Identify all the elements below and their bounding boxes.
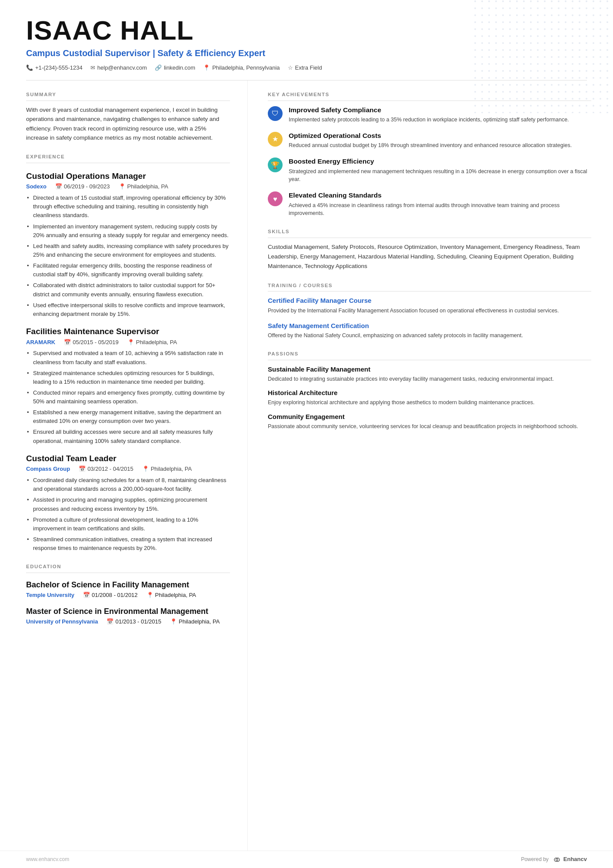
- phone-icon: 📞: [26, 64, 33, 72]
- edu-2: Master of Science in Environmental Manag…: [26, 606, 230, 626]
- training-2-desc: Offered by the National Safety Council, …: [268, 332, 591, 340]
- shield-icon: 🛡: [272, 108, 279, 118]
- list-item: Coordinated daily cleaning schedules for…: [26, 476, 230, 493]
- list-item: Supervised and motivated a team of 10, a…: [26, 349, 230, 366]
- brand-name: Enhancv: [563, 855, 587, 864]
- training-2: Safety Management Certification Offered …: [268, 321, 591, 340]
- passion-3-desc: Passionate about community service, volu…: [268, 422, 591, 431]
- achievement-2: ★ Optimized Operational Costs Reduced an…: [268, 131, 591, 150]
- achievement-1-icon-wrap: 🛡: [268, 106, 283, 121]
- right-column: KEY ACHIEVEMENTS 🛡 Improved Safety Compl…: [248, 80, 613, 851]
- achievements-section-title: KEY ACHIEVEMENTS: [268, 91, 591, 101]
- achievement-4-body: Elevated Cleaning Standards Achieved a 4…: [289, 191, 591, 218]
- list-item: Assisted in procuring and managing suppl…: [26, 496, 230, 513]
- powered-by-text: Powered by: [521, 856, 548, 863]
- job-1-dates: 📅 06/2019 - 09/2023: [55, 183, 110, 191]
- list-item: Facilitated regular emergency drills, bo…: [26, 261, 230, 279]
- passion-2-desc: Enjoy exploring historical architecture …: [268, 399, 591, 407]
- job-3-location: 📍 Philadelphia, PA: [142, 465, 192, 473]
- star-icon: ☆: [288, 64, 293, 72]
- education-section-title: EDUCATION: [26, 563, 230, 573]
- edu-1-meta: Temple University 📅 01/2008 - 01/2012 📍 …: [26, 591, 230, 600]
- left-column: SUMMARY With over 8 years of custodial m…: [0, 80, 248, 851]
- edu-1-school: Temple University: [26, 591, 74, 600]
- job-3-dates: 📅 03/2012 - 04/2015: [79, 465, 133, 473]
- achievement-2-icon-wrap: ★: [268, 132, 283, 147]
- list-item: Conducted minor repairs and emergency fi…: [26, 389, 230, 406]
- list-item: Collaborated with district administrator…: [26, 281, 230, 298]
- summary-section-title: SUMMARY: [26, 91, 230, 101]
- location-icon: 📍: [203, 64, 210, 72]
- achievement-1-body: Improved Safety Compliance Implemented s…: [289, 105, 569, 124]
- achievement-3-title: Boosted Energy Efficiency: [289, 157, 591, 166]
- list-item: Used effective interpersonal skills to r…: [26, 301, 230, 318]
- edu-2-meta: University of Pennsylvania 📅 01/2013 - 0…: [26, 618, 230, 626]
- extra-field: Extra Field: [295, 64, 322, 72]
- footer-brand: Powered by Enhancv: [521, 855, 587, 864]
- resume-page: ISAAC HALL Campus Custodial Supervisor |…: [0, 0, 613, 868]
- training-2-title: Safety Management Certification: [268, 321, 591, 331]
- calendar-icon-2: 📅: [64, 338, 71, 347]
- job-3-meta: Compass Group 📅 03/2012 - 04/2015 📍 Phil…: [26, 465, 230, 473]
- list-item: Established a new energy management init…: [26, 408, 230, 426]
- list-item: Promoted a culture of professional devel…: [26, 516, 230, 533]
- edu-1-dates: 📅 01/2008 - 01/2012: [83, 591, 138, 600]
- job-3: Custodial Team Leader Compass Group 📅 03…: [26, 452, 230, 553]
- email-address: help@enhancv.com: [97, 64, 147, 72]
- job-1: Custodial Operations Manager Sodexo 📅 06…: [26, 170, 230, 318]
- list-item: Led health and safety audits, increasing…: [26, 242, 230, 259]
- trophy-icon: 🏆: [271, 160, 280, 170]
- linkedin-url: linkedin.com: [164, 64, 195, 72]
- skills-text: Custodial Management, Safety Protocols, …: [268, 242, 591, 271]
- training-1-desc: Provided by the International Facility M…: [268, 307, 591, 315]
- achievement-4: ♥ Elevated Cleaning Standards Achieved a…: [268, 191, 591, 218]
- passion-1-desc: Dedicated to integrating sustainable pra…: [268, 375, 591, 383]
- passions-section-title: PASSIONS: [268, 350, 591, 360]
- edu-1: Bachelor of Science in Facility Manageme…: [26, 579, 230, 600]
- job-2-bullets: Supervised and motivated a team of 10, a…: [26, 349, 230, 445]
- location-icon-edu1: 📍: [147, 591, 153, 600]
- summary-text: With over 8 years of custodial managemen…: [26, 105, 230, 143]
- passion-3: Community Engagement Passionate about co…: [268, 412, 591, 431]
- achievement-1-title: Improved Safety Compliance: [289, 105, 569, 115]
- location-icon-2: 📍: [127, 338, 134, 347]
- contact-row: 📞 +1-(234)-555-1234 ✉ help@enhancv.com 🔗…: [26, 64, 587, 72]
- main-content: SUMMARY With over 8 years of custodial m…: [0, 80, 613, 851]
- calendar-icon-3: 📅: [79, 465, 86, 473]
- edu-1-degree: Bachelor of Science in Facility Manageme…: [26, 579, 230, 590]
- training-1-title: Certified Facility Manager Course: [268, 296, 591, 305]
- location-icon-edu2: 📍: [170, 618, 177, 626]
- extra-contact: ☆ Extra Field: [288, 64, 322, 72]
- calendar-icon-edu2: 📅: [107, 618, 113, 626]
- achievement-3: 🏆 Boosted Energy Efficiency Strategized …: [268, 157, 591, 184]
- job-3-title: Custodial Team Leader: [26, 452, 230, 465]
- job-2-location: 📍 Philadelphia, PA: [127, 338, 177, 347]
- calendar-icon-edu1: 📅: [83, 591, 90, 600]
- infinity-icon: [551, 857, 561, 863]
- candidate-title: Campus Custodial Supervisor | Safety & E…: [26, 47, 587, 60]
- achievement-4-icon-wrap: ♥: [268, 191, 283, 206]
- page-footer: www.enhancv.com Powered by Enhancv: [0, 851, 613, 868]
- calendar-icon-1: 📅: [55, 183, 62, 191]
- achievement-1-desc: Implemented safety protocols leading to …: [289, 116, 569, 124]
- footer-website: www.enhancv.com: [26, 856, 69, 863]
- location-icon-1: 📍: [119, 183, 126, 191]
- skills-section-title: SKILLS: [268, 228, 591, 238]
- email-contact: ✉ help@enhancv.com: [90, 64, 147, 72]
- star-filled-icon: ★: [272, 134, 278, 144]
- job-1-title: Custodial Operations Manager: [26, 170, 230, 182]
- list-item: Directed a team of 15 custodial staff, i…: [26, 194, 230, 220]
- training-1: Certified Facility Manager Course Provid…: [268, 296, 591, 315]
- edu-2-location: 📍 Philadelphia, PA: [170, 618, 220, 626]
- passion-1: Sustainable Facility Management Dedicate…: [268, 365, 591, 383]
- achievement-2-desc: Reduced annual custodial budget by 18% t…: [289, 141, 572, 150]
- phone-contact: 📞 +1-(234)-555-1234: [26, 64, 83, 72]
- job-3-company: Compass Group: [26, 465, 70, 473]
- location-icon-3: 📍: [142, 465, 149, 473]
- job-3-bullets: Coordinated daily cleaning schedules for…: [26, 476, 230, 553]
- list-item: Strategized maintenance schedules optimi…: [26, 369, 230, 386]
- candidate-name: ISAAC HALL: [26, 16, 587, 45]
- email-icon: ✉: [90, 64, 95, 72]
- job-2-meta: ARAMARK 📅 05/2015 - 05/2019 📍 Philadelph…: [26, 338, 230, 347]
- edu-2-degree: Master of Science in Environmental Manag…: [26, 606, 230, 617]
